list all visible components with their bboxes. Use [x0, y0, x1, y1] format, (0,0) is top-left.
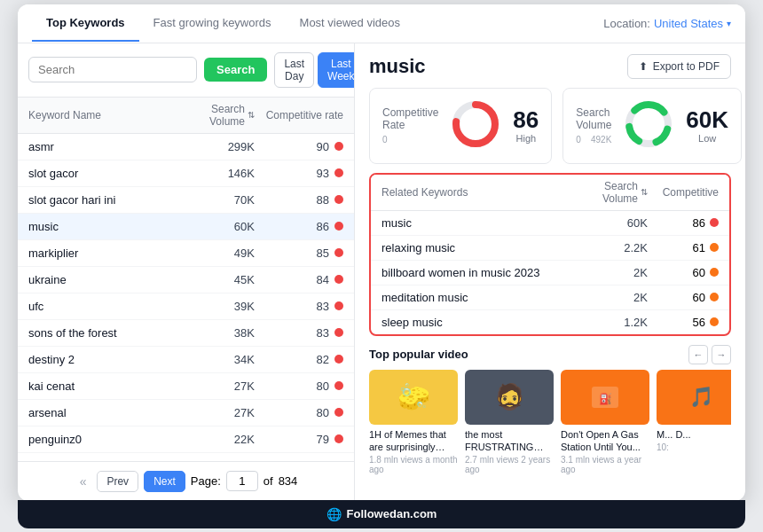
keyword-rate: 88: [317, 193, 329, 207]
keyword-name: penguinz0: [28, 433, 175, 446]
keyword-rate: 83: [317, 300, 329, 313]
filter-last-day[interactable]: Last Day: [274, 52, 314, 88]
video-meta: 2.7 mln views 2 years ago: [465, 455, 554, 474]
search-bar: Search Last Day Last Week Last Month: [18, 43, 354, 98]
related-rate: 61: [693, 241, 705, 254]
chevron-down-icon: ▾: [727, 19, 731, 28]
table-row[interactable]: slot gacor hari ini 70K 88: [18, 187, 354, 214]
related-row[interactable]: sleep music 1.2K 56: [371, 310, 729, 334]
rate-dot: [710, 218, 719, 227]
search-button[interactable]: Search: [204, 58, 267, 82]
related-keywords-section: Related Keywords Search Volume ⇅ Competi…: [369, 173, 731, 336]
of-label: of: [264, 474, 273, 488]
next-button[interactable]: Next: [144, 471, 185, 492]
export-button[interactable]: ⬆ Export to PDF: [627, 54, 731, 79]
video-card[interactable]: ⛽ Don't Open A Gas Station Until You... …: [561, 370, 649, 475]
right-panel: music ⬆ Export to PDF Competitive Rate 0: [355, 43, 745, 501]
globe-icon: 🌐: [326, 507, 342, 521]
search-volume-donut: [622, 98, 675, 154]
keyword-volume: 49K: [175, 246, 255, 260]
sort-volume-icon[interactable]: ⇅: [248, 110, 255, 120]
filter-last-week[interactable]: Last Week: [318, 52, 355, 88]
col-header-keyword: Keyword Name: [28, 109, 175, 121]
competitive-rate-label: Competitive Rate: [382, 106, 438, 131]
table-row[interactable]: ukraine 45K 84: [18, 267, 354, 293]
rate-dot: [334, 434, 343, 443]
keyword-rate: 83: [317, 326, 329, 340]
search-volume-card: Search Volume 0 492K: [562, 88, 742, 164]
location-value[interactable]: United States: [654, 17, 723, 30]
keyword-volume: 39K: [175, 300, 255, 313]
related-volume: 2.2K: [568, 241, 648, 254]
videos-prev-arrow[interactable]: ←: [688, 345, 708, 364]
related-row[interactable]: billboard women in music 2023 2K 60: [371, 261, 729, 286]
page-input[interactable]: [226, 471, 258, 491]
first-page-icon[interactable]: «: [75, 471, 92, 492]
related-competitive: 56: [648, 316, 719, 329]
prev-button[interactable]: Prev: [97, 471, 138, 492]
video-meta: 10:: [657, 442, 731, 452]
table-row[interactable]: sons of the forest 38K 83: [18, 320, 354, 347]
table-row[interactable]: arsenal 27K 80: [18, 400, 354, 426]
video-card[interactable]: 🧔 the most FRUSTRATING anti-... 2.7 mln …: [465, 370, 554, 475]
col-header-rate[interactable]: Competitive rate: [255, 109, 343, 121]
keyword-rate: 86: [317, 220, 329, 233]
col-header-volume[interactable]: Search Volume ⇅: [175, 103, 255, 128]
video-card[interactable]: 🎵 M... D... 10:: [657, 370, 731, 475]
total-pages: 834: [279, 474, 298, 488]
table-row[interactable]: ufc 39K 83: [18, 293, 354, 320]
tab-fast-growing[interactable]: Fast growing keywords: [139, 5, 286, 42]
videos-next-arrow[interactable]: →: [712, 345, 731, 364]
video-thumbnail: 🎵: [657, 370, 731, 425]
video-title: the most FRUSTRATING anti-...: [465, 428, 554, 454]
search-volume-value-block: 60K Low: [686, 108, 728, 144]
keyword-rate-cell: 80: [255, 379, 343, 393]
keyword-rate-cell: 84: [255, 273, 343, 286]
related-col-competitive: Competitive: [648, 186, 719, 199]
keyword-name: slot gacor: [28, 167, 175, 180]
related-volume: 2K: [568, 266, 648, 279]
video-card[interactable]: 🧽 1H of Memes that are surprisingly funn…: [369, 370, 458, 475]
related-col-volume[interactable]: Search Volume ⇅: [568, 180, 648, 205]
keyword-volume: 22K: [175, 433, 255, 446]
rate-dot: [710, 317, 719, 326]
videos-header: Top popular video ← →: [369, 345, 731, 364]
table-row[interactable]: kai cenat 27K 80: [18, 373, 354, 400]
tab-top-keywords[interactable]: Top Keywords: [32, 5, 139, 42]
keyword-volume: 60K: [175, 220, 255, 233]
sort-related-volume-icon[interactable]: ⇅: [641, 187, 648, 197]
related-row[interactable]: relaxing music 2.2K 61: [371, 236, 729, 261]
location-label: Location:: [603, 17, 650, 30]
table-row[interactable]: penguinz0 22K 79: [18, 426, 354, 453]
rate-dot: [334, 275, 343, 284]
table-row[interactable]: slot gacor 146K 93: [18, 160, 354, 187]
metrics-row: Competitive Rate 0 86: [369, 88, 731, 164]
related-row[interactable]: music 60K 86: [371, 211, 729, 236]
keyword-name: kai cenat: [28, 379, 175, 393]
related-rate: 56: [693, 316, 705, 329]
videos-section: Top popular video ← → 🧽 1H of Memes that…: [369, 345, 731, 490]
table-row[interactable]: destiny 2 34K 82: [18, 347, 354, 373]
tab-most-viewed[interactable]: Most viewed videos: [286, 5, 414, 42]
related-rate: 60: [693, 266, 705, 279]
competitive-rate-sub: High: [513, 133, 539, 144]
page-title: music: [369, 55, 426, 78]
table-row[interactable]: markiplier 49K 85: [18, 240, 354, 267]
detail-header: music ⬆ Export to PDF: [369, 54, 731, 79]
keyword-rate: 80: [317, 379, 329, 393]
location-selector[interactable]: Location: United States ▾: [603, 17, 731, 30]
related-competitive: 60: [648, 266, 719, 279]
related-competitive: 60: [648, 291, 719, 304]
rate-dot: [334, 222, 343, 231]
table-row[interactable]: asmr 299K 90: [18, 134, 354, 160]
keyword-rate-cell: 90: [255, 140, 343, 153]
brand-name: Followedan.com: [347, 507, 437, 520]
keyword-name: sons of the forest: [28, 326, 175, 340]
table-row[interactable]: music 60K 86: [18, 214, 354, 240]
related-row[interactable]: meditation music 2K 60: [371, 286, 729, 310]
video-meta: 1.8 mln views a month ago: [369, 455, 458, 474]
related-keyword: billboard women in music 2023: [382, 266, 568, 279]
keyword-volume: 34K: [175, 353, 255, 366]
videos-nav: ← →: [688, 345, 731, 364]
search-input[interactable]: [28, 57, 197, 82]
